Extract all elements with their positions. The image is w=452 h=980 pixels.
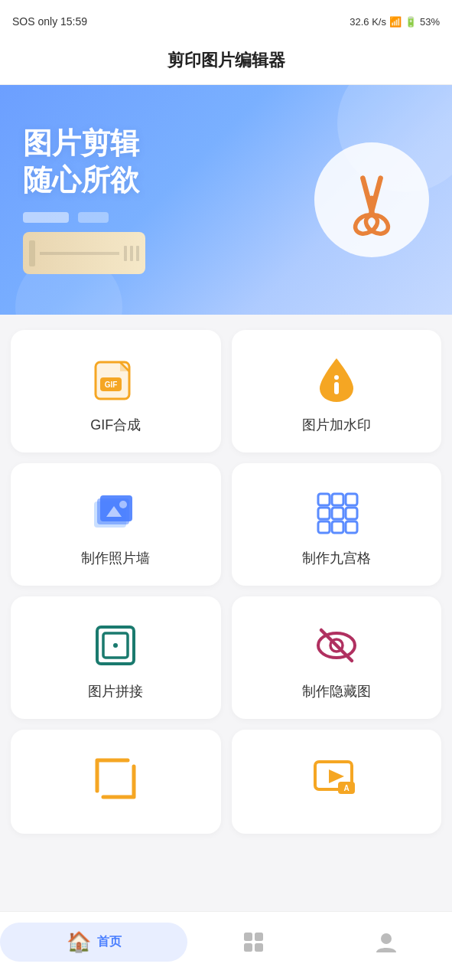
speed-text: 32.6 K/s xyxy=(350,16,386,28)
grid-item-splice[interactable]: 图片拼接 xyxy=(11,596,221,719)
status-bar: SOS only 15:59 32.6 K/s 📶 🔋 53% xyxy=(0,0,452,40)
svg-rect-20 xyxy=(346,508,357,519)
grid-item-video[interactable]: A xyxy=(232,730,442,834)
hidden-icon xyxy=(311,619,363,671)
svg-rect-22 xyxy=(332,521,343,533)
ninegrid-label: 制作九宫格 xyxy=(302,549,371,567)
ninegrid-icon xyxy=(311,486,363,538)
nav-home-label: 首页 xyxy=(97,934,122,950)
svg-rect-18 xyxy=(318,508,330,519)
svg-rect-34 xyxy=(244,933,252,941)
svg-rect-13 xyxy=(100,495,132,521)
banner-text: 图片剪辑 随心所欲 xyxy=(23,126,314,274)
banner-icon xyxy=(314,142,429,257)
gif-label: GIF合成 xyxy=(90,416,141,434)
svg-rect-36 xyxy=(244,943,252,952)
feature-grid: GIF GIF合成 图片加水印 xyxy=(0,315,452,841)
svg-rect-37 xyxy=(255,943,263,952)
grid-item-photowall[interactable]: 制作照片墙 xyxy=(11,463,221,586)
scissors-circle xyxy=(314,142,429,257)
banner-line1: 图片剪辑 随心所欲 xyxy=(23,126,314,198)
svg-marker-31 xyxy=(329,769,344,783)
svg-rect-21 xyxy=(318,521,330,533)
svg-point-14 xyxy=(119,501,127,508)
app-title: 剪印图片编辑器 xyxy=(167,51,285,70)
photowall-icon xyxy=(89,486,141,538)
battery-icon: 🔋 xyxy=(405,16,417,28)
svg-point-4 xyxy=(368,196,376,204)
tools-icon xyxy=(242,931,265,954)
nav-profile[interactable] xyxy=(320,931,452,954)
home-icon: 🏠 xyxy=(67,930,91,954)
profile-icon xyxy=(375,931,398,954)
grid-item-crop[interactable] xyxy=(11,730,221,834)
gif-icon: GIF xyxy=(89,353,141,405)
grid-item-watermark[interactable]: 图片加水印 xyxy=(232,330,442,452)
bottom-nav: 🏠 首页 xyxy=(0,911,452,980)
grid-item-ninegrid[interactable]: 制作九宫格 xyxy=(232,463,442,586)
watermark-label: 图片加水印 xyxy=(302,416,371,434)
hidden-label: 制作隐藏图 xyxy=(302,682,371,701)
svg-point-26 xyxy=(113,643,118,648)
title-bar: 剪印图片编辑器 xyxy=(0,40,452,85)
svg-rect-19 xyxy=(332,508,343,519)
battery-text: 53% xyxy=(420,16,440,28)
svg-rect-15 xyxy=(318,494,330,505)
banner: 图片剪辑 随心所欲 xyxy=(0,85,452,315)
nav-home[interactable]: 🏠 首页 xyxy=(0,923,187,962)
svg-point-9 xyxy=(334,375,339,380)
grid-item-hidden[interactable]: 制作隐藏图 xyxy=(232,596,442,719)
scissors-icon xyxy=(330,158,414,242)
video-icon: A xyxy=(311,753,363,805)
photowall-label: 制作照片墙 xyxy=(81,549,150,567)
status-right: 32.6 K/s 📶 🔋 53% xyxy=(350,16,440,28)
svg-rect-35 xyxy=(255,933,263,941)
svg-rect-17 xyxy=(346,494,357,505)
svg-text:A: A xyxy=(343,784,349,792)
wifi-icon: 📶 xyxy=(389,16,402,28)
svg-rect-16 xyxy=(332,494,343,505)
splice-label: 图片拼接 xyxy=(88,682,143,701)
svg-rect-23 xyxy=(346,521,357,533)
svg-rect-10 xyxy=(334,382,339,394)
splice-icon xyxy=(89,619,141,671)
nav-tools[interactable] xyxy=(187,931,320,954)
watermark-icon xyxy=(311,353,363,405)
status-left-text: SOS only 15:59 xyxy=(12,15,87,28)
svg-point-38 xyxy=(381,933,392,944)
svg-text:GIF: GIF xyxy=(105,381,118,389)
crop-icon xyxy=(89,753,141,805)
grid-item-gif[interactable]: GIF GIF合成 xyxy=(11,330,221,452)
